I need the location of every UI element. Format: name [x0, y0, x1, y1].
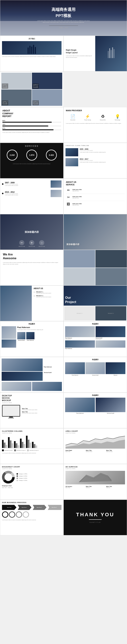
services-text: Lorem ipsum dolor sit amet consectetur a…	[2, 163, 61, 165]
slide-about-us-photo: ABOUT US 01 PROJECT 1 Add your text here…	[0, 286, 64, 321]
img-cell-1: Example 01With ImagePlaceholder	[1, 73, 32, 89]
tl-item-1: 2007 - 2009 YOUR TITLE GOES HERE Lorem i…	[2, 180, 62, 188]
provider-text: Lorem ipsum dolor sit amet consectetur a…	[66, 123, 125, 124]
slide-right-image: Right SingleImage Layout Lorem ipsum dol…	[64, 36, 127, 71]
team-member-1: Verona Kueft	[17, 332, 25, 341]
project-1: 01 PROJECT 1 Add your text here lorem ip…	[34, 291, 62, 294]
verona-label: Verona Kueft	[44, 372, 62, 373]
port-item-2: Verona Kueft Lorem ipsum	[96, 326, 125, 340]
thank-you-line	[89, 519, 102, 520]
slide-about-report: ABOUTCOMPANYREPORT 84% 78% 87% Lorem ips…	[0, 107, 64, 143]
loop-2	[9, 512, 15, 518]
bar-84: 84%	[2, 120, 61, 123]
timeline-item-1: 2005 - 2006 YOUR TITLE GOES HERE Lorem i…	[65, 148, 125, 156]
slide-4-images: Example 01With ImagePlaceholder Example …	[0, 71, 64, 107]
slide-main-provider: MAIN PROVIDER 📄 Document ⚡ Power Saving …	[64, 107, 127, 143]
cc-title: CLUSTERED COLUMN	[2, 430, 62, 432]
slide-verona: Paul Aderson Verona Kueft	[0, 357, 64, 392]
img-cell-4: Example 04With ImagePlaceholder	[32, 90, 62, 106]
device-title: DESKTOPDEVICEMOCKUP	[2, 394, 62, 402]
slide-portfolio-2photo: 作品展示 Paul Aderson Verona Kueft	[64, 392, 127, 428]
report-text: Lorem ipsum dolor sit amet consectetur a…	[2, 132, 61, 133]
icon-document: 📄 Document	[70, 114, 75, 120]
img-cell-2: Example 02With ImagePlaceholder	[1, 90, 32, 106]
dark1-title: 添加标题内容	[0, 230, 63, 234]
slide-3d-surface: 3D SURFACE SUBTITLE HERE 3D Surface Main…	[64, 464, 127, 500]
slide-business-process: OUR BUSINESS PROCESS Best Plan Best Plan…	[0, 500, 64, 535]
slide-paul-aderson: 作品展示 Paul Aderson Lorem ipsum dolor sit …	[0, 321, 64, 357]
slide-doughnut: DOUGHNUT CHART SUBTITLE HERE Category 1 …	[0, 464, 64, 500]
dark1-icon-3: ☆ Add your title	[39, 240, 45, 247]
portfolio-title-1: 作品展示	[2, 323, 62, 325]
sub-title: PPT模板	[56, 13, 71, 18]
surface-sub: SUBTITLE HERE	[65, 468, 125, 469]
photo-3	[64, 268, 95, 286]
ac-sub: SUBTITLE HERE	[65, 432, 125, 434]
slide-title: 高端商务通用 PPT模板 Lorem ipsum dolor sit amet,…	[0, 0, 127, 36]
photo-2	[95, 250, 127, 268]
photo-small-1	[2, 340, 16, 348]
area-chart-visual	[65, 435, 125, 449]
slide-dark-2: 添加标题内容	[64, 214, 127, 250]
img-layout-title: Right SingleImage Layout	[66, 49, 93, 54]
verona-photo-main	[2, 358, 43, 371]
surface-visual	[65, 471, 125, 484]
left-photo	[0, 286, 32, 321]
svc-1: ✏ Add your title Add your text	[66, 188, 125, 194]
arrow-1: Best Plan	[2, 505, 17, 510]
slide-portfolio-grid: 作品展示 Paul Aderson Lorem ipsum Verona Kue…	[64, 321, 127, 357]
svc-3: 🖼 Add your title Add your text	[66, 202, 125, 206]
person-2: Verona Kueft	[85, 362, 105, 376]
extra-photo-2	[32, 382, 62, 391]
circle-2: 1.974	[26, 150, 37, 161]
svg-marker-8	[79, 474, 111, 482]
proj-cell-2: PROJECT 2	[95, 306, 126, 320]
thank-you-sub: SUBTITLE	[90, 522, 101, 523]
dark1-icon-1: ✂ Add your title	[19, 240, 25, 247]
img-cell-3: Example 03With ImagePlaceholder	[32, 73, 62, 89]
bar-87: 87%	[2, 127, 61, 130]
our-project-title: OurProject	[65, 296, 76, 304]
port-item-4	[96, 340, 125, 349]
ac-title: AREA CHART	[65, 430, 125, 432]
photo-4	[95, 268, 127, 286]
photo-main-1	[2, 326, 16, 339]
dc-sub: SUBTITLE HERE	[2, 468, 62, 469]
portfolio-title-2: 作品展示	[65, 323, 125, 325]
about-title: 关于我们	[2, 38, 62, 40]
person-3: Marean	[106, 362, 125, 376]
port2-item-2: Verona Kueft	[96, 398, 125, 414]
slide-photo-grid	[64, 250, 127, 286]
img-layout-text: Lorem ipsum dolor sit amet consectetur a…	[66, 55, 93, 58]
aus-title: ABOUT USSERVICE	[66, 181, 125, 186]
about-text: Lorem ipsum dolor sit amet consectetur a…	[2, 56, 62, 57]
portfolio-title-4: 作品展示	[65, 394, 125, 396]
icon-power: ⚡ Power Saving	[84, 114, 91, 120]
svg-point-6	[5, 473, 12, 481]
timeline-title: CREATIVE CLEAN TIMELINE	[65, 145, 125, 146]
port-item-3: Paul Aderson	[65, 340, 95, 349]
report-title: ABOUTCOMPANYREPORT	[2, 110, 61, 118]
svc-icon-3: 🖼	[66, 202, 71, 206]
bar-78: 78%	[2, 124, 61, 126]
project-2: 02 PROJECT 2 Add your text here lorem ip…	[34, 295, 62, 298]
obp-title: OUR BUSINESS PROCESS	[2, 502, 62, 504]
obp-text: Lorem ipsum dolor sit amet consectetur a…	[2, 519, 62, 521]
dark1-icon-2: ✈ Add your title	[29, 240, 35, 247]
lorem-text: Lorem ipsum dolor sit amet, tetur adipis…	[36, 20, 91, 23]
slide-our-project: OurProject PROJECT 1 PROJECT 2	[64, 286, 127, 321]
slide-about-service: ABOUT USSERVICE ✏ Add your title Add you…	[64, 178, 127, 214]
paul-name: Paul Aderson	[17, 326, 62, 328]
svc-2: ✂ Add your title Add your text	[66, 195, 125, 201]
slide-clustered-column: CLUSTERED COLUMN SUBTITLE HERE	[0, 428, 64, 464]
project-top: OurProject	[64, 286, 127, 306]
slide-3person: 作品展示 Paul Aderson Verona Kueft Marean	[64, 357, 127, 392]
extra-photo-1	[2, 382, 31, 391]
port2-item-1: Paul Aderson	[65, 398, 95, 414]
tl-item-2: 2010 - 2012 YOUR TITLE GOES HERE Lorem i…	[2, 190, 62, 197]
device-sub: SUBTITLE HERE	[2, 402, 62, 404]
monitor-shape	[2, 405, 20, 417]
device-info: Main Title Add text here lorem ipsum dol…	[22, 408, 62, 414]
slide-dark-1: 添加标题内容 ✂ Add your title ✈ Add your title…	[0, 214, 64, 250]
services-title: SERVICES	[2, 145, 61, 147]
